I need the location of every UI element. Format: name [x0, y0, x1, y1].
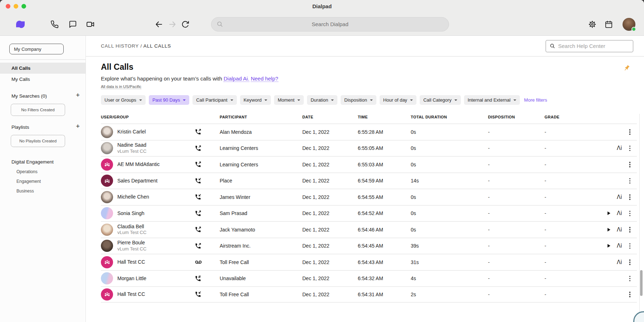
table-row[interactable]: Sales Department Place Dec 1, 2022 6:54:… [101, 172, 637, 189]
global-search-bar[interactable] [211, 17, 449, 31]
call-date: Dec 1, 2022 [302, 227, 358, 233]
filter-chip[interactable]: User or Groups [101, 95, 146, 105]
avatar [101, 191, 113, 203]
forward-arrow-icon[interactable] [168, 20, 177, 29]
col-total-duration[interactable]: TOTAL DURATION [411, 115, 488, 119]
dialpad-ai-link[interactable]: Dialpad Ai. [224, 75, 249, 82]
digital-engagement-label[interactable]: Digital Engagement [0, 159, 86, 165]
add-playlist-button[interactable]: + [76, 122, 80, 130]
filter-chip[interactable]: Call Category [420, 95, 461, 105]
more-filters-link[interactable]: More filters [524, 97, 547, 103]
col-user-group[interactable]: USER/GROUP [101, 115, 194, 119]
table-row[interactable]: Hall Test CC Toll Free Call Dec 1, 2022 … [101, 286, 637, 303]
scrollbar-track[interactable] [639, 114, 643, 322]
table-row[interactable]: Claudia Bell vLum Test CC Jack Yamamoto … [101, 221, 637, 238]
filter-chip[interactable]: Moment [274, 95, 304, 105]
filter-chip[interactable]: Call Participant [192, 95, 236, 105]
call-disposition: - [488, 129, 545, 135]
refresh-icon[interactable] [181, 20, 189, 28]
search-icon [216, 21, 223, 28]
sidebar-item-label: My Calls [11, 77, 30, 82]
breadcrumb-separator: / [140, 43, 142, 49]
table-row[interactable]: Morgan Little Unavailable Dec 1, 2022 6:… [101, 270, 637, 287]
sidebar-nav: All Calls My Calls [0, 60, 86, 85]
col-date[interactable]: DATE [302, 115, 358, 119]
table-row[interactable]: Michelle Chen James Winter Dec 1, 2022 6… [101, 189, 637, 205]
row-menu-button[interactable] [629, 226, 631, 233]
row-menu-button[interactable] [629, 259, 631, 266]
filter-chip[interactable]: Internal and External [464, 95, 520, 105]
scrollbar-thumb[interactable] [640, 270, 643, 296]
user-name: Hall Test CC [117, 259, 145, 265]
filter-chip[interactable]: Past 90 Days [149, 95, 189, 105]
maximize-window-button[interactable] [21, 4, 26, 9]
filter-chip-label: Call Category [423, 97, 452, 103]
close-window-button[interactable] [6, 4, 10, 9]
digital-engagement-child[interactable]: Engagement [0, 179, 86, 184]
row-menu-button[interactable] [629, 128, 631, 136]
help-center-search[interactable] [546, 40, 633, 52]
calls-tab-phone-icon[interactable] [50, 20, 59, 28]
profile-avatar[interactable] [623, 18, 635, 31]
row-menu-button[interactable] [629, 291, 631, 298]
back-arrow-icon[interactable] [155, 20, 163, 29]
row-menu-button[interactable] [629, 210, 631, 217]
digital-engagement-children: Operations Engagement Business [0, 169, 86, 194]
dialpad-ai-icon[interactable]: Ʌi [617, 194, 622, 200]
table-row[interactable]: Sonia Singh Sam Prasad Dec 1, 2022 6:54:… [101, 205, 637, 221]
messages-tab-chat-icon[interactable] [69, 20, 77, 28]
digital-engagement-child-label: Business [16, 189, 34, 194]
call-duration: 0s [411, 145, 488, 151]
table-row[interactable]: Kristin Carlel Alan Mendoza Dec 1, 2022 … [101, 123, 637, 140]
row-menu-button[interactable] [629, 145, 631, 152]
filter-chip[interactable]: Hour of day [380, 95, 416, 105]
add-search-button[interactable]: + [76, 91, 80, 99]
row-menu-button[interactable] [629, 275, 631, 282]
table-row[interactable]: Pierre Boule vLum Test CC Airstream Inc.… [101, 238, 637, 254]
dialpad-ai-icon[interactable]: Ʌi [617, 145, 622, 151]
my-searches-label: My Searches (0) [0, 93, 86, 99]
dialpad-logo-icon[interactable] [14, 20, 26, 29]
table-row[interactable]: Nadine Saad vLum Test CC Learning Center… [101, 140, 637, 156]
no-filters-placeholder[interactable]: No Filters Created [11, 104, 65, 116]
play-recording-button[interactable] [608, 244, 610, 248]
call-duration: 2s [411, 292, 488, 297]
breadcrumb-parent[interactable]: CALL HISTORY [101, 43, 139, 49]
play-recording-button[interactable] [608, 228, 610, 231]
sidebar-nav-item[interactable]: My Calls [0, 74, 86, 85]
settings-gear-icon[interactable] [588, 20, 596, 28]
filter-chip[interactable]: Disposition [341, 95, 376, 105]
row-menu-button[interactable] [629, 194, 631, 201]
row-menu-button[interactable] [629, 177, 631, 185]
call-grade: - [545, 292, 587, 297]
meetings-tab-video-icon[interactable] [86, 20, 95, 29]
dialpad-ai-icon[interactable]: Ʌi [617, 226, 622, 233]
app-window: Dialpad [0, 0, 644, 322]
dialpad-ai-icon[interactable]: Ʌi [617, 259, 622, 265]
global-search-input[interactable] [217, 21, 443, 27]
participant-name: Toll Free Call [220, 259, 302, 265]
col-grade[interactable]: GRADE [545, 115, 587, 119]
table-row[interactable]: AE MM MidAtlantic Learning Centers Dec 1… [101, 156, 637, 172]
col-time[interactable]: TIME [358, 115, 411, 119]
sidebar-nav-item[interactable]: All Calls [0, 63, 86, 74]
row-menu-button[interactable] [629, 161, 631, 168]
help-center-search-input[interactable] [558, 43, 629, 49]
col-disposition[interactable]: DISPOSITION [488, 115, 545, 119]
no-playlists-placeholder[interactable]: No Playlists Created [11, 135, 65, 147]
company-selector-button[interactable]: My Company [9, 44, 64, 54]
filter-chip[interactable]: Duration [307, 95, 337, 105]
dialpad-ai-icon[interactable]: Ʌi [617, 243, 622, 249]
play-recording-button[interactable] [608, 211, 610, 215]
minimize-window-button[interactable] [14, 4, 18, 9]
digital-engagement-child[interactable]: Business [0, 189, 86, 194]
dialpad-ai-icon[interactable]: Ʌi [617, 210, 622, 216]
calendar-icon[interactable] [605, 20, 613, 28]
table-row[interactable]: Hall Test CC Toll Free Call Dec 1, 2022 … [101, 254, 637, 270]
filter-chip[interactable]: Keyword [240, 95, 271, 105]
pin-icon[interactable] [623, 64, 630, 72]
col-participant[interactable]: PARTICIPANT [220, 115, 302, 119]
digital-engagement-child[interactable]: Operations [0, 169, 86, 174]
need-help-link[interactable]: Need help? [251, 75, 278, 82]
row-menu-button[interactable] [629, 243, 631, 250]
